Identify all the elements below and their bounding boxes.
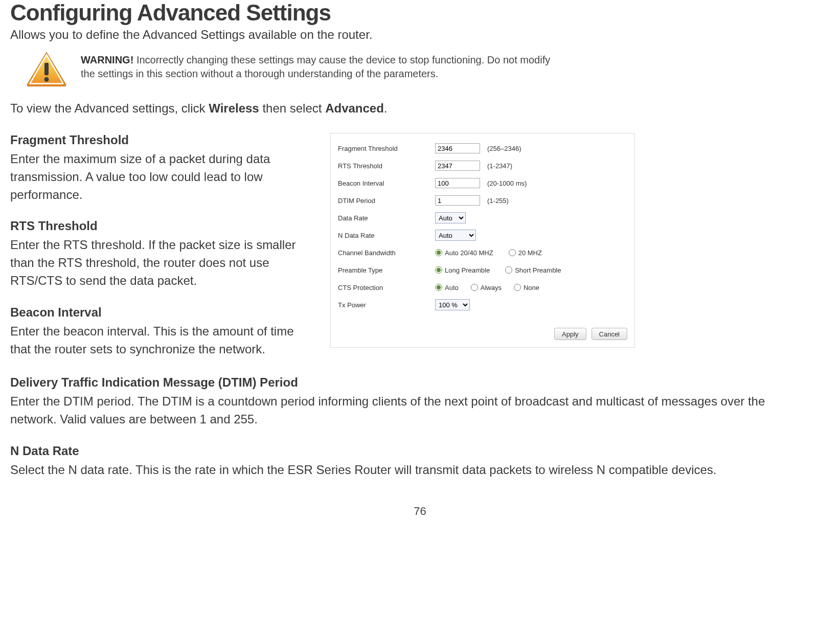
row-beacon-interval: Beacon Interval (20-1000 ms) [338, 174, 627, 192]
radio-preamble-long[interactable]: Long Preamble [435, 266, 490, 274]
row-preamble-type: Preamble Type Long Preamble Short Preamb… [338, 261, 627, 279]
radio-input[interactable] [509, 249, 516, 256]
view-instruction: To view the Advanced settings, click Wir… [10, 101, 830, 116]
field-label: N Data Rate [338, 232, 435, 239]
row-tx-power: Tx Power 100 % [338, 296, 627, 313]
tx-power-select[interactable]: 100 % [435, 299, 470, 310]
row-cts-protection: CTS Protection Auto Always None [338, 279, 627, 296]
section-heading: RTS Threshold [10, 219, 317, 233]
radio-label: 20 MHZ [518, 249, 542, 257]
dtim-period-input[interactable] [435, 195, 480, 206]
warning-text: WARNING! Incorrectly changing these sett… [81, 51, 561, 81]
warning-label: WARNING! [81, 54, 133, 65]
row-rts-threshold: RTS Threshold (1-2347) [338, 157, 627, 174]
field-hint: (256–2346) [487, 145, 521, 152]
row-data-rate: Data Rate Auto [338, 209, 627, 227]
rts-threshold-input[interactable] [435, 161, 480, 171]
radio-cts-always[interactable]: Always [471, 284, 502, 291]
section-heading: N Data Rate [10, 444, 830, 458]
field-label: Tx Power [338, 301, 435, 309]
apply-button[interactable]: Apply [554, 328, 586, 340]
section-beacon-interval: Beacon Interval Enter the beacon interva… [10, 305, 317, 358]
radio-input[interactable] [471, 284, 478, 291]
field-label: DTIM Period [338, 197, 435, 205]
page-number: 76 [10, 505, 830, 518]
svg-point-1 [44, 77, 49, 82]
radio-input[interactable] [435, 284, 442, 291]
section-body: Enter the beacon interval. This is the a… [10, 323, 317, 358]
field-label: CTS Protection [338, 284, 435, 291]
radio-input[interactable] [435, 249, 442, 256]
field-label: Channel Bandwidth [338, 249, 435, 257]
row-dtim-period: DTIM Period (1-255) [338, 192, 627, 209]
radio-label: Short Preamble [515, 266, 561, 274]
fragment-threshold-input[interactable] [435, 143, 480, 153]
field-label: Fragment Threshold [338, 145, 435, 152]
warning-body: Incorrectly changing these settings may … [81, 54, 550, 79]
radio-label: Long Preamble [445, 266, 490, 274]
field-label: Data Rate [338, 214, 435, 222]
section-rts-threshold: RTS Threshold Enter the RTS threshold. I… [10, 219, 317, 289]
field-label: RTS Threshold [338, 162, 435, 170]
field-hint: (20-1000 ms) [487, 179, 527, 187]
field-label: Beacon Interval [338, 179, 435, 187]
radio-input[interactable] [435, 266, 442, 274]
row-n-data-rate: N Data Rate Auto [338, 227, 627, 244]
svg-rect-0 [44, 63, 49, 75]
warning-block: WARNING! Incorrectly changing these sett… [26, 51, 830, 87]
radio-label: Auto [445, 284, 459, 291]
cancel-button[interactable]: Cancel [592, 328, 627, 340]
advanced-settings-panel: Fragment Threshold (256–2346) RTS Thresh… [330, 133, 635, 348]
radio-cts-none[interactable]: None [514, 284, 539, 291]
radio-preamble-short[interactable]: Short Preamble [505, 266, 561, 274]
radio-label: Auto 20/40 MHZ [445, 249, 493, 257]
section-body: Enter the DTIM period. The DTIM is a cou… [10, 393, 808, 429]
field-hint: (1-2347) [487, 162, 512, 170]
page-title: Configuring Advanced Settings [10, 0, 830, 26]
section-body: Enter the maximum size of a packet durin… [10, 150, 317, 204]
radio-label: Always [481, 284, 502, 291]
section-body: Select the N data rate. This is the rate… [10, 461, 808, 479]
radio-channel-auto[interactable]: Auto 20/40 MHZ [435, 249, 493, 257]
row-fragment-threshold: Fragment Threshold (256–2346) [338, 140, 627, 157]
section-dtim-period: Delivery Traffic Indication Message (DTI… [10, 375, 830, 429]
radio-channel-20mhz[interactable]: 20 MHZ [509, 249, 542, 257]
section-n-data-rate: N Data Rate Select the N data rate. This… [10, 444, 830, 479]
beacon-interval-input[interactable] [435, 178, 480, 188]
row-channel-bandwidth: Channel Bandwidth Auto 20/40 MHZ 20 MHZ [338, 244, 627, 261]
warning-triangle-icon [26, 51, 67, 87]
section-heading: Fragment Threshold [10, 133, 317, 147]
n-data-rate-select[interactable]: Auto [435, 230, 476, 241]
section-heading: Delivery Traffic Indication Message (DTI… [10, 375, 830, 390]
radio-input[interactable] [514, 284, 521, 291]
radio-input[interactable] [505, 266, 512, 274]
section-fragment-threshold: Fragment Threshold Enter the maximum siz… [10, 133, 317, 204]
radio-label: None [524, 284, 539, 291]
radio-cts-auto[interactable]: Auto [435, 284, 459, 291]
page-subtitle: Allows you to define the Advanced Settin… [10, 28, 830, 42]
data-rate-select[interactable]: Auto [435, 212, 466, 223]
field-label: Preamble Type [338, 266, 435, 274]
section-body: Enter the RTS threshold. If the packet s… [10, 236, 317, 289]
section-heading: Beacon Interval [10, 305, 317, 320]
field-hint: (1-255) [487, 197, 509, 205]
